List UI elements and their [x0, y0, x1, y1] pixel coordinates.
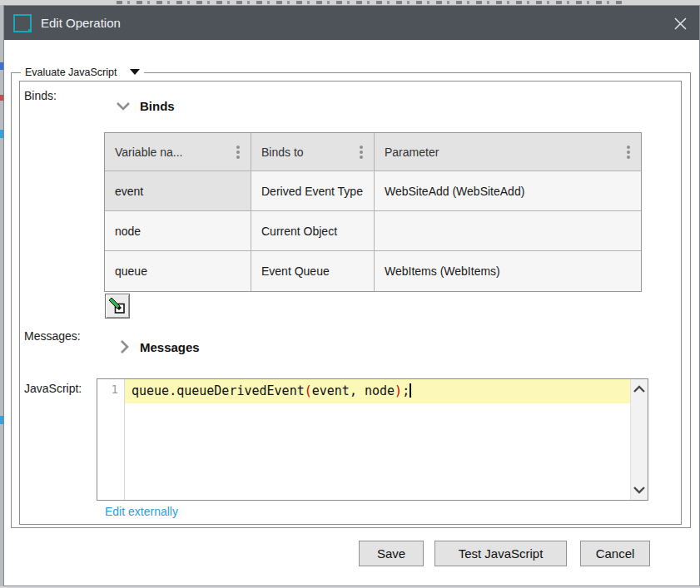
- dialog-title: Edit Operation: [41, 16, 121, 30]
- cell-text: Derived Event Type: [261, 185, 363, 198]
- dialog-titlebar[interactable]: Edit Operation: [4, 6, 699, 40]
- editor-scrollbar[interactable]: [630, 379, 648, 500]
- table-cell-parameter[interactable]: [375, 211, 641, 251]
- cell-text: WebSiteAdd (WebSiteAdd): [385, 185, 524, 198]
- close-icon: [673, 17, 688, 31]
- cancel-button-label: Cancel: [596, 546, 635, 561]
- javascript-editor: 1 queue.queueDerivedEvent(event, node);: [97, 378, 648, 501]
- cell-text: Current Object: [261, 225, 337, 238]
- table-cell-variable[interactable]: queue: [105, 251, 251, 291]
- column-header-binds-to[interactable]: Binds to: [251, 133, 375, 171]
- binds-field-label: Binds:: [24, 89, 57, 102]
- chevron-down-icon: [633, 486, 646, 494]
- cell-text: event: [115, 185, 143, 198]
- binds-section-title: Binds: [140, 99, 175, 113]
- code-text: event, node: [312, 383, 395, 398]
- screen: Edit Operation Evaluate JavaScript Binds…: [0, 0, 700, 588]
- dropdown-triangle-icon: [130, 69, 140, 75]
- edit-operation-dialog: Edit Operation Evaluate JavaScript Binds…: [3, 5, 700, 586]
- operation-type-dropdown[interactable]: Evaluate JavaScript: [21, 66, 144, 78]
- cell-text: Event Queue: [261, 264, 330, 278]
- editor-code-area[interactable]: queue.queueDerivedEvent(event, node);: [125, 379, 630, 500]
- line-number: 1: [112, 383, 118, 396]
- column-header-label: Variable na...: [115, 146, 182, 159]
- code-text: ;: [402, 383, 410, 398]
- table-cell-variable[interactable]: event: [105, 171, 251, 211]
- javascript-field-label: JavaScript:: [24, 382, 82, 395]
- messages-section-header[interactable]: Messages: [120, 339, 200, 354]
- messages-field-label: Messages:: [24, 329, 81, 343]
- table-cell-binds-to[interactable]: Event Queue: [251, 251, 375, 291]
- code-paren: ): [395, 383, 402, 398]
- code-line-current[interactable]: queue.queueDerivedEvent(event, node);: [125, 379, 630, 403]
- close-button[interactable]: [669, 12, 691, 34]
- chevron-right-icon: [120, 339, 129, 354]
- binds-section-header[interactable]: Binds: [116, 99, 175, 113]
- column-header-label: Binds to: [261, 146, 304, 159]
- text-cursor: [410, 383, 411, 398]
- messages-section-title: Messages: [140, 340, 200, 354]
- editor-line-number-gutter: 1: [97, 379, 125, 500]
- cell-text: WebItems (WebItems): [385, 264, 500, 278]
- test-javascript-button[interactable]: Test JavaScript: [434, 541, 567, 566]
- column-menu-icon[interactable]: [236, 151, 240, 154]
- cancel-button[interactable]: Cancel: [580, 541, 650, 566]
- column-menu-icon[interactable]: [360, 151, 363, 154]
- save-button[interactable]: Save: [359, 541, 424, 566]
- scroll-up-button[interactable]: [631, 385, 648, 393]
- window-icon: [13, 14, 32, 32]
- column-header-parameter[interactable]: Parameter: [375, 133, 641, 171]
- save-button-label: Save: [377, 546, 405, 561]
- table-cell-binds-to[interactable]: Current Object: [251, 211, 375, 251]
- code-text: queue.queueDerivedEvent: [132, 383, 305, 398]
- chevron-down-icon: [116, 101, 131, 111]
- edit-pencil-icon: [108, 297, 127, 315]
- edit-binds-button[interactable]: [105, 294, 130, 319]
- binds-table: Variable na... Binds to Parameter event …: [104, 132, 642, 292]
- cell-text: node: [115, 225, 141, 238]
- column-header-label: Parameter: [385, 146, 439, 159]
- test-javascript-button-label: Test JavaScript: [459, 546, 544, 561]
- table-cell-parameter[interactable]: WebSiteAdd (WebSiteAdd): [375, 171, 641, 211]
- operation-type-label: Evaluate JavaScript: [25, 67, 117, 78]
- background-text-fragments: [117, 1, 624, 4]
- column-header-variable-name[interactable]: Variable na...: [105, 133, 251, 171]
- code-paren: (: [305, 383, 312, 398]
- chevron-up-icon: [633, 385, 646, 393]
- table-cell-variable[interactable]: node: [105, 211, 251, 251]
- edit-externally-link[interactable]: Edit externally: [105, 505, 178, 518]
- table-cell-binds-to[interactable]: Derived Event Type: [251, 171, 375, 211]
- column-menu-icon[interactable]: [627, 151, 630, 154]
- table-cell-parameter[interactable]: WebItems (WebItems): [375, 251, 641, 291]
- cell-text: queue: [115, 264, 147, 278]
- scroll-down-button[interactable]: [631, 486, 648, 494]
